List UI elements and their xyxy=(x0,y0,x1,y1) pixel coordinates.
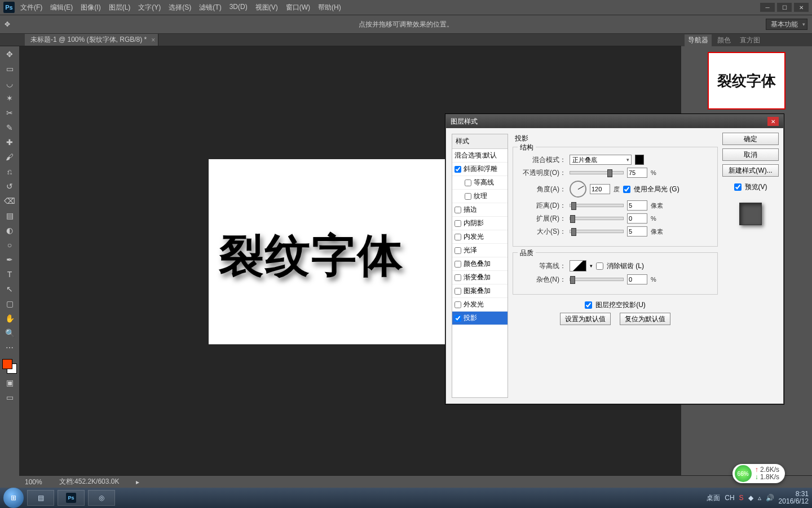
fx-inner-glow[interactable]: 内发光 xyxy=(452,230,508,244)
zoom-level[interactable]: 100% xyxy=(25,478,42,486)
brush-tool-icon[interactable]: 🖌 xyxy=(3,151,16,163)
start-button[interactable]: ⊞ xyxy=(3,488,24,508)
cancel-button[interactable]: 取消 xyxy=(722,148,779,161)
eyedropper-tool-icon[interactable]: ✎ xyxy=(3,122,16,133)
fx-contour-check[interactable] xyxy=(465,179,471,186)
size-input[interactable] xyxy=(627,226,647,237)
document-tab[interactable]: 未标题-1 @ 100% (裂纹字体, RGB/8) * × xyxy=(25,34,158,46)
screenmode-icon[interactable]: ▭ xyxy=(3,392,16,403)
opacity-input[interactable] xyxy=(627,168,647,178)
shape-tool-icon[interactable]: ▢ xyxy=(3,298,16,309)
dialog-close-button[interactable]: ✕ xyxy=(767,117,779,126)
edit-toolbar-icon[interactable]: ⋯ xyxy=(3,342,16,353)
doc-info[interactable]: 文档:452.2K/603.0K xyxy=(59,477,120,487)
reset-default-button[interactable]: 复位为默认值 xyxy=(620,313,670,325)
fx-texture[interactable]: 纹理 xyxy=(452,190,508,203)
fx-bevel-check[interactable] xyxy=(454,166,461,173)
fx-gradoverlay-check[interactable] xyxy=(454,274,461,281)
opacity-slider[interactable] xyxy=(570,171,624,174)
tab-histogram[interactable]: 直方图 xyxy=(736,34,764,46)
fx-outer-glow[interactable]: 外发光 xyxy=(452,298,508,312)
fx-inner-shadow[interactable]: 内阴影 xyxy=(452,217,508,230)
taskbar-explorer[interactable]: ▤ xyxy=(27,490,54,506)
new-style-button[interactable]: 新建样式(W)... xyxy=(722,164,779,177)
zoom-tool-icon[interactable]: 🔍 xyxy=(3,327,16,339)
dodge-tool-icon[interactable]: ○ xyxy=(3,239,16,251)
status-arrow-icon[interactable]: ▸ xyxy=(136,478,139,486)
tray-clock[interactable]: 8:31 2016/6/12 xyxy=(779,491,809,505)
noise-input[interactable] xyxy=(627,274,647,284)
tray-net-icon[interactable]: ▵ xyxy=(758,494,761,502)
fx-color-overlay[interactable]: 颜色叠加 xyxy=(452,257,508,271)
lasso-tool-icon[interactable]: ◡ xyxy=(3,78,16,89)
minimize-button[interactable]: ─ xyxy=(760,3,775,12)
tab-color[interactable]: 颜色 xyxy=(714,34,734,46)
angle-dial[interactable] xyxy=(570,181,586,198)
color-swatches[interactable] xyxy=(2,359,17,374)
fx-dropshadow-check[interactable] xyxy=(454,315,461,322)
quickmask-icon[interactable]: ▣ xyxy=(3,377,16,388)
pen-tool-icon[interactable]: ✒ xyxy=(3,254,16,265)
maximize-button[interactable]: ☐ xyxy=(777,3,792,12)
chevron-down-icon[interactable]: ▾ xyxy=(590,263,593,269)
fx-drop-shadow[interactable]: 投影 xyxy=(452,312,508,325)
canvas[interactable]: 裂纹字体 xyxy=(209,159,445,344)
hand-tool-icon[interactable]: ✋ xyxy=(3,313,16,324)
taskbar-photoshop[interactable]: Ps xyxy=(58,490,85,506)
tab-navigator[interactable]: 导航器 xyxy=(685,34,712,46)
type-tool-icon[interactable]: T xyxy=(3,269,16,280)
path-tool-icon[interactable]: ↖ xyxy=(3,283,16,295)
fx-outerglow-check[interactable] xyxy=(454,301,461,308)
wand-tool-icon[interactable]: ✶ xyxy=(3,93,16,104)
menu-layer[interactable]: 图层(L) xyxy=(109,3,131,12)
fx-coloroverlay-check[interactable] xyxy=(454,261,461,268)
menu-window[interactable]: 窗口(W) xyxy=(286,3,310,12)
shadow-color-swatch[interactable] xyxy=(635,155,644,165)
make-default-button[interactable]: 设置为默认值 xyxy=(560,313,611,325)
tray-ime-icon[interactable]: CH xyxy=(725,494,734,502)
history-brush-icon[interactable]: ↺ xyxy=(3,181,16,192)
fx-satin[interactable]: 光泽 xyxy=(452,244,508,257)
fx-texture-check[interactable] xyxy=(465,193,471,200)
contour-picker[interactable] xyxy=(570,260,586,271)
fx-patoverlay-check[interactable] xyxy=(454,288,461,295)
navigator-thumbnail[interactable]: 裂纹字体 xyxy=(708,52,785,110)
antialias-check[interactable] xyxy=(596,262,603,270)
move-tool-icon[interactable]: ✥ xyxy=(5,20,10,28)
fx-stroke[interactable]: 描边 xyxy=(452,203,508,217)
heal-tool-icon[interactable]: ✚ xyxy=(3,137,16,148)
fx-pattern-overlay[interactable]: 图案叠加 xyxy=(452,284,508,298)
fx-blend-options[interactable]: 混合选项:默认 xyxy=(452,149,508,163)
spread-slider[interactable] xyxy=(570,217,624,220)
blend-mode-select[interactable]: 正片叠底 xyxy=(570,155,632,165)
menu-view[interactable]: 视图(V) xyxy=(255,3,278,12)
tray-sogou-icon[interactable]: S xyxy=(739,494,744,502)
dialog-title-bar[interactable]: 图层样式 ✕ xyxy=(446,115,783,128)
fx-gradient-overlay[interactable]: 渐变叠加 xyxy=(452,271,508,284)
fx-bevel[interactable]: 斜面和浮雕 xyxy=(452,163,508,176)
network-monitor-bubble[interactable]: 66% ↑ 2.6K/s ↓ 1.8K/s xyxy=(732,464,785,483)
global-light-check[interactable] xyxy=(623,186,630,193)
menu-type[interactable]: 文字(Y) xyxy=(138,3,161,12)
tray-vol-icon[interactable]: 🔊 xyxy=(766,494,774,502)
fx-satin-check[interactable] xyxy=(454,247,461,254)
fx-list-header[interactable]: 样式 xyxy=(452,134,508,149)
workspace-switcher[interactable]: 基本功能 xyxy=(766,19,807,30)
marquee-tool-icon[interactable]: ▭ xyxy=(3,63,16,75)
preview-check[interactable] xyxy=(734,183,742,191)
fx-innershadow-check[interactable] xyxy=(454,220,461,227)
distance-input[interactable] xyxy=(627,200,647,211)
menu-3d[interactable]: 3D(D) xyxy=(230,3,248,12)
tray-shield-icon[interactable]: ◆ xyxy=(748,494,753,502)
knockout-check[interactable] xyxy=(585,301,592,309)
fx-contour[interactable]: 等高线 xyxy=(452,176,508,190)
ok-button[interactable]: 确定 xyxy=(722,133,779,145)
fx-innerglow-check[interactable] xyxy=(454,234,461,240)
menu-image[interactable]: 图像(I) xyxy=(81,3,100,12)
noise-slider[interactable] xyxy=(570,278,624,281)
menu-file[interactable]: 文件(F) xyxy=(20,3,42,12)
taskbar-browser[interactable]: ◎ xyxy=(88,490,115,506)
fx-stroke-check[interactable] xyxy=(454,207,461,213)
blur-tool-icon[interactable]: ◐ xyxy=(3,225,16,236)
fg-color-swatch[interactable] xyxy=(2,359,12,369)
